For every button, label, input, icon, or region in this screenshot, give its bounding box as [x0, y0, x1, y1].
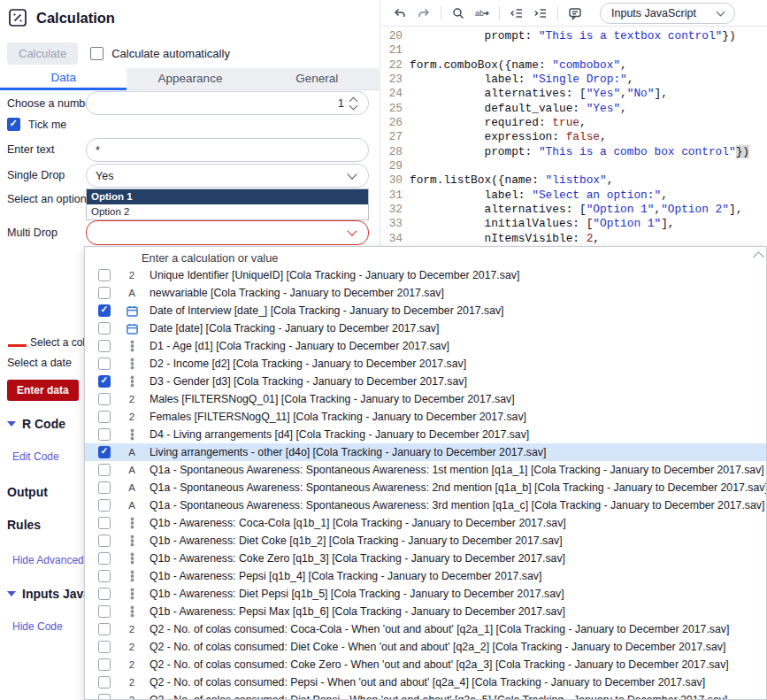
variable-row[interactable]: D3 - Gender [d3] [Cola Tracking - Januar…	[85, 373, 766, 390]
undo-icon[interactable]	[392, 5, 408, 21]
comment-icon[interactable]	[567, 5, 583, 21]
variable-checkbox[interactable]	[98, 464, 111, 476]
indent-icon[interactable]	[533, 5, 548, 21]
code-line[interactable]: 32 alternatives: ["Option 1","Option 2"]…	[383, 203, 767, 217]
variable-row[interactable]: 2Males [FILTERSNogQ_01] [Cola Tracking -…	[85, 390, 766, 408]
section-label: Rules	[7, 518, 41, 532]
variable-checkbox[interactable]	[98, 588, 111, 600]
variable-checkbox[interactable]	[98, 322, 111, 335]
variable-row[interactable]: D4 - Living arrangements [d4] [Cola Trac…	[85, 426, 766, 443]
code-line[interactable]: 25 default_value: "Yes",	[383, 102, 767, 116]
variable-row[interactable]: Q1b - Awareness: Pepsi [q1b_4] [Cola Tra…	[85, 567, 766, 585]
calculation-value-input[interactable]: Enter a calculation or value	[85, 247, 766, 266]
option-listbox[interactable]: Option 1 Option 2	[86, 188, 369, 220]
option-item-2[interactable]: Option 2	[87, 204, 368, 219]
redo-icon[interactable]	[416, 5, 432, 21]
variable-row[interactable]: Date of Interview [date_] [Cola Tracking…	[85, 302, 766, 319]
variable-checkbox[interactable]	[98, 287, 111, 299]
variable-checkbox[interactable]	[98, 658, 111, 671]
code-line[interactable]: 28 prompt: "This is a combo box control"…	[383, 145, 767, 159]
section-rules[interactable]: Rules	[7, 518, 41, 532]
variable-row[interactable]: 2Q2 - No. of colas consumed: Coke Zero -…	[85, 656, 766, 673]
variable-checkbox[interactable]	[98, 552, 111, 565]
hide-code-link[interactable]: Hide Code	[12, 620, 63, 633]
variable-label: Q2 - No. of colas consumed: Diet Pepsi -…	[150, 694, 727, 700]
variable-checkbox[interactable]	[98, 428, 111, 441]
tab-general[interactable]: General	[254, 68, 380, 90]
variable-row[interactable]: D2 - Income [d2] [Cola Tracking - Januar…	[85, 355, 766, 373]
variable-checkbox[interactable]	[98, 535, 111, 547]
variable-row[interactable]: 2Females [FILTERSNogQ_11] [Cola Tracking…	[85, 408, 766, 426]
number-input[interactable]: 1	[86, 91, 369, 115]
search-icon[interactable]	[450, 5, 466, 21]
number-spinner[interactable]	[348, 98, 358, 109]
variable-checkbox[interactable]	[98, 446, 111, 458]
code-line[interactable]: 23 label: "Single Drop:",	[383, 73, 767, 87]
variable-row[interactable]: D1 - Age [d1] [Cola Tracking - January t…	[85, 337, 766, 355]
hide-advanced-link[interactable]: Hide Advanced O	[12, 554, 95, 566]
language-selector[interactable]: Inputs JavaScript	[600, 3, 735, 24]
variable-row[interactable]: 2Q2 - No. of colas consumed: Diet Pepsi …	[85, 691, 766, 700]
code-editor[interactable]: 20 prompt: "This is a textbox control"})…	[381, 27, 767, 246]
calculate-button[interactable]: Calculate	[7, 42, 78, 65]
variable-checkbox[interactable]	[98, 517, 111, 529]
variable-row[interactable]: 2Q2 - No. of colas consumed: Coca-Cola -…	[85, 620, 766, 638]
variable-checkbox[interactable]	[98, 570, 111, 582]
code-line[interactable]: 34 nItemsVisible: 2,	[383, 232, 767, 246]
code-line[interactable]: 31 label: "Select an option:",	[383, 188, 767, 203]
variable-row[interactable]: 2Q2 - No. of colas consumed: Pepsi - Whe…	[85, 673, 766, 691]
code-line[interactable]: 22form.comboBox({name: "combobox",	[383, 58, 767, 73]
section-inputs-javascript[interactable]: Inputs Java	[7, 587, 90, 601]
variable-row[interactable]: AQ1a - Spontaneous Awareness: Spontaneou…	[85, 461, 766, 479]
code-line[interactable]: 26 required: true,	[383, 116, 767, 130]
variable-checkbox[interactable]	[98, 304, 111, 317]
multi-drop-select[interactable]	[86, 220, 369, 245]
variable-checkbox[interactable]	[98, 641, 111, 653]
variable-row[interactable]: 2Q2 - No. of colas consumed: Diet Coke -…	[85, 638, 766, 656]
variable-row[interactable]: 2Unique Identifier [UniqueID] [Cola Trac…	[85, 266, 766, 284]
section-output[interactable]: Output	[7, 485, 48, 499]
tab-appearance[interactable]: Appearance	[127, 68, 253, 90]
variable-row[interactable]: ALiving arrangements - other [d4o] [Cola…	[85, 443, 766, 461]
tab-data[interactable]: Data	[0, 68, 127, 90]
variable-checkbox[interactable]	[98, 694, 111, 700]
variable-checkbox[interactable]	[98, 481, 111, 494]
variable-row[interactable]: Q1b - Awareness: Pepsi Max [q1b_6] [Cola…	[85, 603, 766, 620]
variable-row[interactable]: Q1b - Awareness: Coca-Cola [q1b_1] [Cola…	[85, 514, 766, 532]
enter-data-button[interactable]: Enter data	[7, 380, 79, 401]
code-line[interactable]: 27 expression: false,	[383, 130, 767, 144]
color-picker[interactable]: Select a colo	[8, 336, 91, 349]
edit-code-link[interactable]: Edit Code	[12, 450, 59, 463]
variable-checkbox[interactable]	[98, 375, 111, 388]
variable-row[interactable]: Date [date] [Cola Tracking - January to …	[85, 319, 766, 337]
whitespace-icon[interactable]: ab	[474, 5, 490, 21]
variable-row[interactable]: Q1b - Awareness: Diet Pepsi [q1b_5] [Col…	[85, 585, 766, 603]
variable-row[interactable]: Q1b - Awareness: Diet Coke [q1b_2] [Cola…	[85, 532, 766, 550]
enter-text-input[interactable]: *	[86, 138, 369, 162]
variable-checkbox[interactable]	[98, 623, 111, 635]
variable-checkbox[interactable]	[98, 411, 111, 423]
variable-checkbox[interactable]	[98, 269, 111, 281]
single-drop-select[interactable]: Yes	[86, 164, 369, 188]
code-line[interactable]: 30form.listBox({name: "listbox",	[383, 173, 767, 188]
variable-row[interactable]: AQ1a - Spontaneous Awareness: Spontaneou…	[85, 479, 766, 496]
variable-checkbox[interactable]	[98, 340, 111, 352]
code-line[interactable]: 20 prompt: "This is a textbox control"})	[383, 29, 767, 43]
tick-me-checkbox[interactable]	[7, 118, 20, 131]
variable-row[interactable]: Anewvariable [Cola Tracking - January to…	[85, 284, 766, 302]
variable-checkbox[interactable]	[98, 393, 111, 405]
variable-row[interactable]: Q1b - Awareness: Coke Zero [q1b_3] [Cola…	[85, 550, 766, 567]
section-r-code[interactable]: R Code	[7, 417, 65, 431]
variable-row[interactable]: AQ1a - Spontaneous Awareness: Spontaneou…	[85, 496, 766, 514]
code-line[interactable]: 24 alternatives: ["Yes","No"],	[383, 87, 767, 101]
variable-checkbox[interactable]	[98, 605, 111, 618]
code-line[interactable]: 21	[383, 43, 767, 58]
variable-checkbox[interactable]	[98, 358, 111, 370]
variable-checkbox[interactable]	[98, 676, 111, 688]
code-line[interactable]: 29	[383, 159, 767, 173]
auto-calc-checkbox[interactable]	[90, 47, 104, 60]
option-item-1[interactable]: Option 1	[87, 189, 368, 204]
outdent-icon[interactable]	[509, 5, 525, 21]
code-line[interactable]: 33 initialValues: ["Option 1"],	[383, 217, 767, 231]
variable-checkbox[interactable]	[98, 499, 111, 512]
